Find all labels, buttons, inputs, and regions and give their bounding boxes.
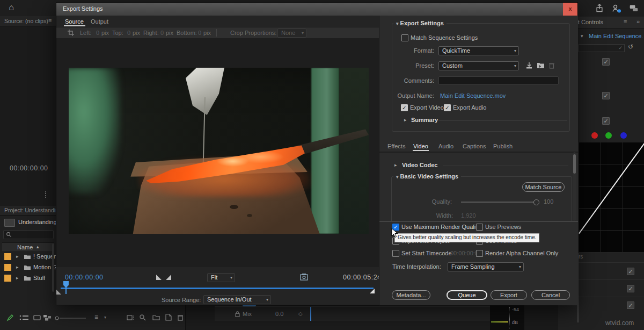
new-item-icon[interactable] [165, 314, 172, 321]
project-table-header[interactable]: Name ▴ [2, 242, 54, 252]
export-audio-checkbox[interactable]: ✓ [444, 104, 451, 111]
close-button[interactable]: x [563, 3, 577, 16]
timeline-playhead[interactable] [310, 307, 311, 321]
bin-row[interactable]: ▸ ! Sequen [2, 252, 54, 262]
automate-sequence-icon[interactable] [127, 314, 135, 321]
find-icon[interactable] [139, 314, 146, 321]
panel-grip[interactable] [45, 191, 48, 198]
time-interpolation-select[interactable]: Frame Sampling ▾ [448, 262, 524, 271]
export-button[interactable]: Export [491, 290, 527, 300]
red-channel-dot[interactable] [591, 132, 598, 139]
keyframe-icon[interactable]: ◇ [298, 311, 303, 317]
effect-field[interactable]: ✓ [579, 44, 625, 52]
tab-captions[interactable]: Captions [463, 143, 486, 149]
save-preset-icon[interactable] [525, 62, 533, 69]
chevron-right-icon[interactable]: ▸ [404, 117, 407, 123]
effect-enabled-checkbox[interactable]: ✓ [627, 268, 634, 275]
tab-output[interactable]: Output [91, 18, 108, 25]
home-icon[interactable]: ⌂ [5, 3, 17, 13]
collaborators-icon[interactable] [612, 4, 621, 13]
video-preview[interactable] [69, 68, 369, 234]
effect-enabled-checkbox[interactable]: ✓ [627, 285, 634, 292]
panel-menu-icon[interactable]: ≡ [48, 17, 52, 24]
panel-menu-icon[interactable]: ≡ [624, 18, 627, 25]
match-source-button[interactable]: Match Source [522, 182, 565, 192]
import-preset-icon[interactable] [537, 62, 545, 69]
track-lock-icon[interactable] [235, 311, 240, 317]
tab-effects[interactable]: Effects [387, 143, 405, 149]
tab-publish[interactable]: Publish [493, 143, 513, 149]
scrubber-track[interactable] [61, 288, 374, 289]
format-select[interactable]: QuickTime ▾ [438, 46, 519, 55]
range-handle-right[interactable] [370, 289, 375, 293]
delete-icon[interactable] [177, 314, 184, 321]
match-sequence-checkbox[interactable]: ✓ [401, 34, 408, 41]
share-icon[interactable] [595, 4, 604, 13]
crop-icon[interactable] [67, 29, 75, 37]
search-input[interactable] [3, 230, 54, 239]
dialog-title-bar[interactable]: Export Settings x [56, 3, 577, 16]
bin-label[interactable]: Stuff [33, 275, 45, 281]
crop-bottom-value[interactable]: 0 [198, 30, 201, 36]
sort-menu-chevron-icon[interactable]: ▾ [104, 315, 106, 320]
use-previews-checkbox[interactable] [476, 224, 483, 231]
metadata-button[interactable]: Metadata... [392, 290, 430, 300]
tab-video[interactable]: Video [413, 143, 428, 149]
source-range-select[interactable]: Sequence In/Out ▾ [203, 295, 271, 304]
quality-slider-track[interactable] [461, 202, 535, 203]
edit-pen-icon[interactable] [6, 314, 14, 321]
range-handle-left[interactable] [56, 290, 61, 295]
crop-proportions-select[interactable]: None ▾ [277, 28, 306, 38]
comments-input[interactable] [438, 76, 559, 85]
name-column-header[interactable]: Name [17, 244, 33, 250]
label-color-swatch[interactable] [4, 253, 11, 260]
in-point-icon[interactable] [156, 275, 162, 280]
curve-line[interactable] [579, 142, 644, 234]
chevron-right-icon[interactable]: ▸ [394, 162, 397, 168]
effect-enabled-checkbox[interactable]: ✓ [602, 117, 610, 125]
source-monitor-tab[interactable]: Source: (no clips) [4, 18, 48, 24]
basic-video-settings-header[interactable]: ▾ Basic Video Settings [393, 173, 461, 180]
set-start-timecode-checkbox[interactable] [392, 250, 399, 257]
label-color-swatch[interactable] [4, 264, 11, 271]
label-color-swatch[interactable] [4, 275, 11, 282]
cancel-button[interactable]: Cancel [531, 290, 570, 300]
freeform-view-icon[interactable] [43, 314, 52, 321]
chevron-right-icon[interactable]: ▸ [16, 264, 19, 270]
green-channel-dot[interactable] [605, 132, 612, 139]
chevron-right-icon[interactable]: ▸ [16, 275, 19, 281]
form-scrollbar-thumb[interactable] [573, 154, 576, 174]
quality-slider-knob[interactable] [533, 199, 539, 205]
crop-right-value[interactable]: 0 [160, 30, 164, 36]
icon-view-icon[interactable] [33, 314, 41, 321]
sequence-link[interactable]: Main Edit Sequence... [589, 33, 642, 39]
export-video-checkbox[interactable]: ✓ [401, 104, 408, 111]
crop-top-value[interactable]: 0 [127, 30, 130, 36]
bin-row[interactable]: ▸ Motion G [2, 262, 54, 273]
effect-enabled-checkbox[interactable]: ✓ [602, 92, 610, 99]
summary-header[interactable]: Summary [411, 117, 438, 123]
export-settings-header[interactable]: ▾ Export Settings [393, 20, 447, 26]
zoom-slider[interactable] [55, 316, 87, 319]
rgb-curves-panel[interactable] [579, 142, 644, 253]
comments-icon[interactable] [629, 4, 639, 13]
preset-select[interactable]: Custom ▾ [438, 61, 519, 70]
delete-preset-icon[interactable] [548, 62, 555, 69]
list-view-icon[interactable] [19, 314, 29, 321]
panel-overflow-icon[interactable]: » [636, 18, 640, 25]
effect-enabled-checkbox[interactable]: ✓ [602, 58, 610, 66]
blue-channel-dot[interactable] [620, 132, 627, 139]
out-point-icon[interactable] [166, 275, 171, 280]
queue-button[interactable]: Queue [447, 290, 487, 300]
chevron-down-icon[interactable]: ▾ [581, 33, 583, 39]
form-scrollbar[interactable] [573, 152, 576, 221]
chevron-right-icon[interactable]: ▸ [16, 254, 19, 259]
render-alpha-checkbox[interactable] [476, 250, 483, 257]
sort-menu-icon[interactable]: ≡ [94, 313, 98, 321]
tab-source[interactable]: Source [65, 18, 84, 25]
mix-track-value[interactable]: 0.0 [275, 311, 283, 317]
output-name-link[interactable]: Main Edit Sequence.mov [440, 92, 506, 99]
bin-row[interactable]: ▸ Stuff [2, 273, 54, 284]
crop-left-value[interactable]: 0 [96, 30, 99, 36]
scrubber[interactable] [56, 280, 379, 295]
